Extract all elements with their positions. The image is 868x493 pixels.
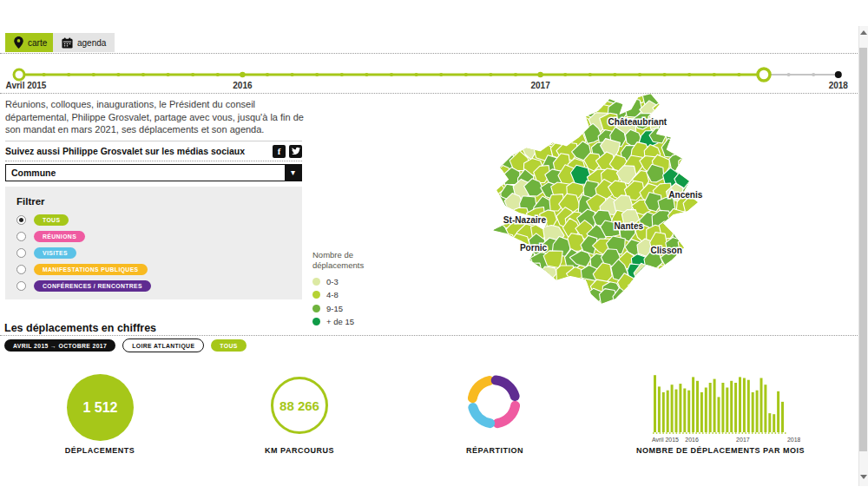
map-commune-cell[interactable] xyxy=(688,251,705,268)
map-commune-cell[interactable] xyxy=(675,92,694,109)
map-commune-cell[interactable] xyxy=(511,124,531,142)
map-commune-cell[interactable] xyxy=(492,113,514,134)
filter-option-tous[interactable]: TOUS xyxy=(16,214,302,226)
map-commune-cell[interactable] xyxy=(657,279,678,295)
map-commune-cell[interactable] xyxy=(537,292,556,307)
map-commune-cell[interactable] xyxy=(495,292,516,307)
map-commune-cell[interactable] xyxy=(617,92,636,102)
map-commune-cell[interactable] xyxy=(481,258,499,279)
map-commune-cell[interactable] xyxy=(704,235,710,254)
map-commune-cell[interactable] xyxy=(684,220,704,240)
map-commune-cell[interactable] xyxy=(467,222,483,240)
map-commune-cell[interactable] xyxy=(564,114,580,133)
map-commune-cell[interactable] xyxy=(673,112,694,130)
map-commune-cell[interactable] xyxy=(699,92,710,106)
map-commune-cell[interactable] xyxy=(467,168,482,186)
map-commune-cell[interactable] xyxy=(530,92,548,105)
map-commune-cell[interactable] xyxy=(639,293,660,307)
map-commune-cell[interactable] xyxy=(474,110,495,131)
map-commune-cell[interactable] xyxy=(480,246,499,266)
map-commune-cell[interactable] xyxy=(507,92,523,105)
map-commune-cell[interactable] xyxy=(557,92,579,102)
timeline-handle[interactable] xyxy=(758,69,770,81)
map-commune-cell[interactable] xyxy=(550,110,567,130)
map-commune-cell[interactable] xyxy=(702,196,710,213)
map-commune-cell[interactable] xyxy=(492,141,509,158)
map-commune-cell[interactable] xyxy=(681,211,701,228)
filter-option-visites[interactable]: VISITES xyxy=(16,247,302,259)
map-commune-cell[interactable] xyxy=(498,105,519,120)
filter-option-manifestations-publiques[interactable]: MANIFESTATIONS PUBLIQUES xyxy=(16,264,302,275)
scrollbar-thumb[interactable] xyxy=(859,48,867,451)
map-commune-cell[interactable] xyxy=(523,123,542,141)
map-commune-cell[interactable] xyxy=(496,233,516,252)
map-commune-cell[interactable] xyxy=(551,102,568,121)
map-commune-cell[interactable] xyxy=(475,278,492,298)
map-commune-cell[interactable] xyxy=(489,277,510,294)
map-commune-cell[interactable] xyxy=(676,290,694,305)
map-commune-cell[interactable] xyxy=(561,278,578,298)
map-commune-cell[interactable] xyxy=(477,92,497,105)
map-commune-cell[interactable] xyxy=(688,278,704,295)
map-commune-cell[interactable] xyxy=(483,130,503,147)
map-commune-cell[interactable] xyxy=(496,127,516,145)
map-commune-cell[interactable] xyxy=(512,104,531,123)
map-commune-cell[interactable] xyxy=(688,115,708,135)
map-commune-cell[interactable] xyxy=(468,240,487,255)
timeline-slider[interactable]: Avril 2015201620172018 xyxy=(0,61,859,92)
map-commune-cell[interactable] xyxy=(676,123,695,142)
map-commune-cell[interactable] xyxy=(661,92,681,108)
commune-select[interactable]: Commune ▾ xyxy=(5,164,302,181)
map-commune-cell[interactable] xyxy=(474,185,493,202)
map-commune-cell[interactable] xyxy=(653,291,674,307)
map-commune-cell[interactable] xyxy=(481,96,502,115)
map-commune-cell[interactable] xyxy=(607,92,622,103)
map-commune-cell[interactable] xyxy=(708,260,710,279)
map-commune-cell[interactable] xyxy=(474,131,490,147)
map-commune-cell[interactable] xyxy=(665,98,683,119)
map-commune-cell[interactable] xyxy=(683,139,702,157)
map-commune-cell[interactable] xyxy=(520,115,539,132)
map-commune-cell[interactable] xyxy=(502,265,518,285)
map-commune-cell[interactable] xyxy=(688,92,707,102)
map-commune-cell[interactable] xyxy=(696,128,710,144)
map-commune-cell[interactable] xyxy=(468,291,490,307)
map-commune-cell[interactable] xyxy=(575,92,595,105)
map-commune-cell[interactable] xyxy=(502,112,523,128)
map-commune-cell[interactable] xyxy=(692,234,710,253)
facebook-icon[interactable]: f xyxy=(273,145,286,158)
map-commune-cell[interactable] xyxy=(674,275,690,295)
map-commune-cell[interactable] xyxy=(468,208,489,229)
map-commune-cell[interactable] xyxy=(473,226,492,243)
map-commune-cell[interactable] xyxy=(474,138,494,158)
map-commune-cell[interactable] xyxy=(663,263,681,282)
map-commune-cell[interactable] xyxy=(500,275,518,295)
map-commune-cell[interactable] xyxy=(467,92,478,103)
map-commune-cell[interactable] xyxy=(694,293,710,307)
radio-button[interactable] xyxy=(16,232,26,241)
map-commune-cell[interactable] xyxy=(510,293,529,307)
map-commune-cell[interactable] xyxy=(470,157,486,174)
radio-button[interactable] xyxy=(16,248,26,258)
map-commune-cell[interactable] xyxy=(702,111,710,128)
map-commune-cell[interactable] xyxy=(467,143,478,162)
tab-agenda[interactable]: agenda xyxy=(53,33,115,52)
map-commune-cell[interactable] xyxy=(467,112,485,130)
map-commune-cell[interactable] xyxy=(467,278,479,293)
map-commune-cell[interactable] xyxy=(694,263,710,284)
map-commune-cell[interactable] xyxy=(522,279,539,298)
scrollbar-down-icon[interactable] xyxy=(860,475,867,479)
map-commune-cell[interactable] xyxy=(664,288,684,307)
map-commune-cell[interactable] xyxy=(469,104,490,122)
map-commune-cell[interactable] xyxy=(542,92,562,103)
map-commune-cell[interactable] xyxy=(508,252,526,270)
map-commune-cell[interactable] xyxy=(687,167,709,184)
tab-carte[interactable]: carte xyxy=(5,33,56,52)
map-commune-cell[interactable] xyxy=(701,251,710,270)
map-commune-cell[interactable] xyxy=(530,290,545,307)
map-commune-cell[interactable] xyxy=(536,97,556,115)
map-commune-cell[interactable] xyxy=(542,280,563,296)
map-commune-cell[interactable] xyxy=(678,103,695,120)
map-commune-cell[interactable] xyxy=(699,279,710,299)
map-commune-cell[interactable] xyxy=(623,295,641,307)
